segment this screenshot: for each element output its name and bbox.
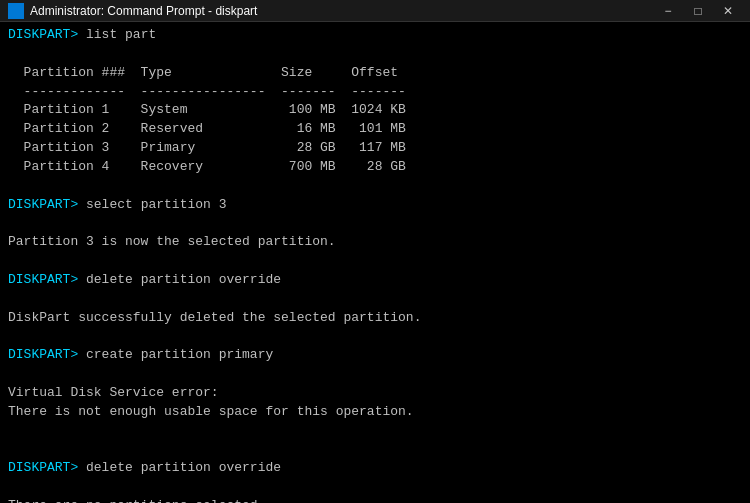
minimize-button[interactable]: − xyxy=(654,2,682,20)
window-icon xyxy=(8,3,24,19)
title-bar-controls: − □ ✕ xyxy=(654,2,742,20)
maximize-button[interactable]: □ xyxy=(684,2,712,20)
close-button[interactable]: ✕ xyxy=(714,2,742,20)
title-bar: Administrator: Command Prompt - diskpart… xyxy=(0,0,750,22)
window-title: Administrator: Command Prompt - diskpart xyxy=(30,4,257,18)
terminal-output: DISKPART> list part Partition ### Type S… xyxy=(0,22,750,503)
window: Administrator: Command Prompt - diskpart… xyxy=(0,0,750,503)
svg-rect-1 xyxy=(12,10,20,11)
title-bar-left: Administrator: Command Prompt - diskpart xyxy=(8,3,257,19)
